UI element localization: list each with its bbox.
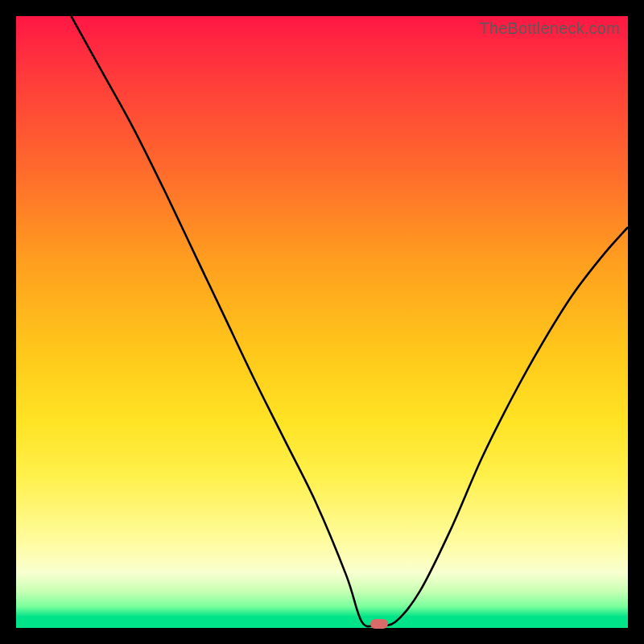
bottleneck-curve: [16, 16, 628, 628]
chart-frame: TheBottleneck.com: [0, 0, 644, 644]
watermark-text: TheBottleneck.com: [479, 19, 620, 38]
optimal-marker: [370, 619, 388, 629]
line-series: [71, 16, 628, 626]
chart-plot-area: TheBottleneck.com: [16, 16, 628, 628]
